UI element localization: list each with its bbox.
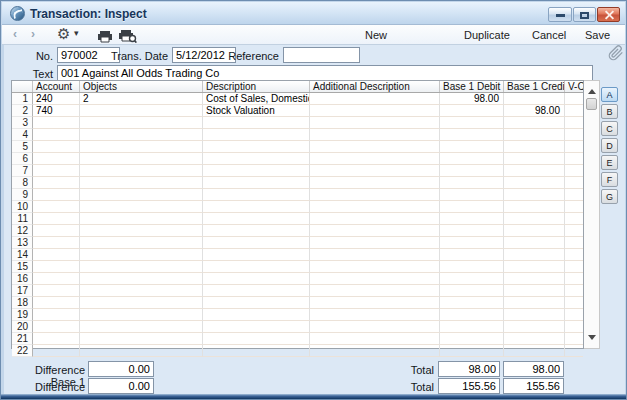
cell-description[interactable]: [203, 165, 310, 177]
cell-credit[interactable]: [504, 201, 565, 213]
flip-tab-e[interactable]: E: [601, 155, 618, 170]
cell-account[interactable]: [33, 177, 80, 189]
cell-account[interactable]: [33, 165, 80, 177]
cell-description[interactable]: [203, 189, 310, 201]
cell-objects[interactable]: [80, 345, 203, 357]
operations-gear-icon[interactable]: ⚙: [57, 25, 70, 43]
cell-add-description[interactable]: [310, 177, 440, 189]
scroll-down-icon[interactable]: [588, 335, 596, 340]
cell-description[interactable]: [203, 225, 310, 237]
col-header-objects[interactable]: Objects: [80, 81, 203, 92]
col-header-base1-credit[interactable]: Base 1 Credit: [504, 81, 565, 92]
cell-add-description[interactable]: [310, 249, 440, 261]
cell-credit[interactable]: [504, 273, 565, 285]
cell-debit[interactable]: [440, 165, 504, 177]
cell-objects[interactable]: [80, 201, 203, 213]
flip-tab-b[interactable]: B: [601, 104, 618, 119]
table-row[interactable]: 13: [12, 237, 583, 249]
cell-vcd[interactable]: [565, 321, 583, 333]
titlebar[interactable]: Transaction: Inspect: [2, 2, 625, 25]
cell-account[interactable]: [33, 237, 80, 249]
cell-debit[interactable]: [440, 141, 504, 153]
cell-description[interactable]: [203, 141, 310, 153]
gear-dropdown-icon[interactable]: ▾: [74, 28, 79, 38]
cancel-button[interactable]: Cancel: [532, 29, 566, 41]
cell-add-description[interactable]: [310, 141, 440, 153]
cell-objects[interactable]: [80, 273, 203, 285]
cell-description[interactable]: [203, 117, 310, 129]
table-row[interactable]: 10: [12, 201, 583, 213]
cell-debit[interactable]: [440, 129, 504, 141]
cell-vcd[interactable]: [565, 225, 583, 237]
table-row[interactable]: 17: [12, 285, 583, 297]
cell-debit[interactable]: [440, 249, 504, 261]
col-header-description[interactable]: Description: [203, 81, 310, 92]
text-field[interactable]: [57, 65, 593, 81]
cell-vcd[interactable]: [565, 201, 583, 213]
flip-tab-d[interactable]: D: [601, 138, 618, 153]
col-header-base1-debit[interactable]: Base 1 Debit: [440, 81, 504, 92]
cell-description[interactable]: [203, 261, 310, 273]
cell-description[interactable]: [203, 237, 310, 249]
cell-description[interactable]: [203, 153, 310, 165]
cell-credit[interactable]: [504, 177, 565, 189]
cell-vcd[interactable]: [565, 129, 583, 141]
scrollbar-thumb[interactable]: [586, 98, 597, 110]
cell-vcd[interactable]: [565, 237, 583, 249]
table-row[interactable]: 12: [12, 225, 583, 237]
table-row[interactable]: 9: [12, 189, 583, 201]
cell-account[interactable]: [33, 309, 80, 321]
cell-account[interactable]: 740: [33, 105, 80, 117]
cell-vcd[interactable]: [565, 189, 583, 201]
cell-account[interactable]: [33, 189, 80, 201]
cell-account[interactable]: [33, 273, 80, 285]
cell-credit[interactable]: [504, 153, 565, 165]
cell-account[interactable]: [33, 141, 80, 153]
table-row[interactable]: 8: [12, 177, 583, 189]
cell-add-description[interactable]: [310, 129, 440, 141]
cell-account[interactable]: [33, 285, 80, 297]
difference-base1-field[interactable]: [88, 361, 154, 377]
table-row[interactable]: 16: [12, 273, 583, 285]
cell-debit[interactable]: [440, 321, 504, 333]
cell-debit[interactable]: [440, 309, 504, 321]
cell-add-description[interactable]: [310, 189, 440, 201]
table-row[interactable]: 14: [12, 249, 583, 261]
minimize-button[interactable]: [548, 7, 572, 22]
cell-description[interactable]: [203, 201, 310, 213]
cell-credit[interactable]: [504, 117, 565, 129]
cell-vcd[interactable]: [565, 333, 583, 345]
table-row[interactable]: 18: [12, 297, 583, 309]
cell-account[interactable]: [33, 225, 80, 237]
cell-vcd[interactable]: [565, 153, 583, 165]
table-row[interactable]: 4: [12, 129, 583, 141]
cell-account[interactable]: [33, 345, 80, 357]
cell-add-description[interactable]: [310, 117, 440, 129]
cell-account[interactable]: [33, 153, 80, 165]
cell-add-description[interactable]: [310, 321, 440, 333]
cell-objects[interactable]: [80, 237, 203, 249]
cell-objects[interactable]: [80, 153, 203, 165]
cell-objects[interactable]: [80, 225, 203, 237]
cell-debit[interactable]: [440, 213, 504, 225]
cell-description[interactable]: [203, 321, 310, 333]
total-base1-credit-field[interactable]: [503, 361, 564, 377]
cell-add-description[interactable]: [310, 345, 440, 357]
cell-description[interactable]: [203, 309, 310, 321]
total-base2-credit-field[interactable]: [503, 378, 564, 394]
cell-credit[interactable]: [504, 297, 565, 309]
cell-credit[interactable]: [504, 249, 565, 261]
cell-vcd[interactable]: [565, 261, 583, 273]
cell-vcd[interactable]: [565, 309, 583, 321]
cell-add-description[interactable]: [310, 201, 440, 213]
table-row[interactable]: 6: [12, 153, 583, 165]
cell-account[interactable]: [33, 117, 80, 129]
cell-credit[interactable]: [504, 285, 565, 297]
cell-description[interactable]: [203, 285, 310, 297]
cell-debit[interactable]: [440, 285, 504, 297]
cell-add-description[interactable]: [310, 165, 440, 177]
cell-description[interactable]: [203, 129, 310, 141]
cell-objects[interactable]: [80, 141, 203, 153]
cell-account[interactable]: [33, 333, 80, 345]
flip-tab-c[interactable]: C: [601, 121, 618, 136]
